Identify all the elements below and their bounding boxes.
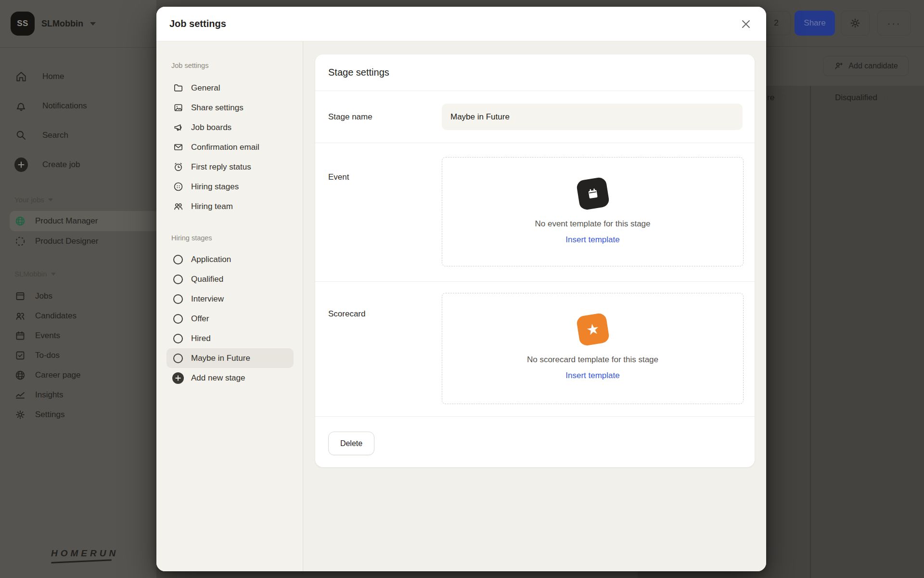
stage-name-input[interactable]: [442, 104, 743, 130]
sidebar-item-label: Product Manager: [35, 216, 98, 226]
delete-stage-button[interactable]: Delete: [328, 432, 374, 455]
sidebar-item-label: Create job: [42, 160, 80, 170]
chevron-down-icon: [90, 22, 96, 26]
nav-item-hiring-stages[interactable]: Hiring stages: [156, 177, 303, 197]
org-section[interactable]: SLMobbin: [14, 270, 56, 278]
plus-circle-icon: [172, 372, 184, 384]
homerun-logo-text: HOMERUN: [51, 548, 118, 559]
stage-circle-icon: [172, 254, 184, 265]
modal-body: Job settings General Share settings Job …: [156, 41, 766, 571]
scorecard-row: Scorecard ★ No scorecard template for th…: [315, 281, 755, 416]
event-insert-template-link[interactable]: Insert template: [565, 235, 619, 245]
sidebar-item-settings[interactable]: Settings: [0, 405, 156, 424]
sidebar-item-notifications[interactable]: Notifications: [0, 91, 156, 120]
nav-item-label: First reply status: [191, 162, 251, 172]
column-divider: [810, 86, 811, 578]
image-icon: [172, 102, 184, 114]
share-button[interactable]: Share: [795, 11, 835, 36]
scorecard-template-dropzone: ★ No scorecard template for this stage I…: [442, 293, 744, 404]
job-count-chip[interactable]: 2: [762, 11, 791, 35]
nav-item-confirmation-email[interactable]: Confirmation email: [156, 137, 303, 157]
sidebar-job-product-manager[interactable]: Product Manager: [0, 211, 156, 231]
workspace-name: SLMobbin: [41, 19, 83, 29]
ellipsis-icon: ···: [887, 18, 901, 29]
nav-item-job-boards[interactable]: Job boards: [156, 118, 303, 137]
homerun-logo-underline: [51, 559, 112, 563]
stage-item-application[interactable]: Application: [167, 250, 294, 269]
team-icon: [172, 201, 184, 212]
event-calendar-icon: [576, 177, 610, 211]
stage-circle-icon: [172, 353, 184, 364]
stage-circle-icon: [172, 313, 184, 325]
gear-icon: [14, 409, 26, 420]
event-label: Event: [328, 172, 349, 182]
nav-item-first-reply-status[interactable]: First reply status: [156, 157, 303, 177]
nav-section-label: Hiring stages: [171, 234, 212, 242]
stage-circle-icon: [172, 333, 184, 344]
stage-circle-icon: [172, 274, 184, 285]
stage-item-offer[interactable]: Offer: [167, 309, 294, 328]
folder-icon: [172, 82, 184, 94]
more-options-button[interactable]: ···: [877, 11, 911, 36]
stage-item-label: Maybe in Future: [191, 354, 250, 363]
card-footer: Delete: [315, 416, 755, 467]
sidebar-item-search[interactable]: Search: [0, 120, 156, 150]
org-label: SLMobbin: [14, 270, 47, 278]
nav-item-share-settings[interactable]: Share settings: [156, 98, 303, 118]
event-row: Event No event template for this stage I…: [315, 143, 755, 281]
checkbox-icon: [14, 350, 26, 361]
add-candidate-label: Add candidate: [848, 62, 898, 70]
workspace-initials: SS: [17, 19, 28, 28]
sidebar-item-events[interactable]: Events: [0, 326, 156, 345]
stage-name-row: Stage name: [315, 91, 755, 143]
envelope-icon: [172, 142, 184, 153]
close-button[interactable]: [736, 14, 756, 34]
nav-item-label: Job boards: [191, 123, 231, 132]
nav-item-hiring-team[interactable]: Hiring team: [156, 197, 303, 216]
nav-item-label: Share settings: [191, 103, 244, 113]
card-title: Stage settings: [328, 67, 389, 78]
sidebar-item-home[interactable]: Home: [0, 62, 156, 91]
stage-item-qualified[interactable]: Qualified: [167, 269, 294, 289]
stages-dots-icon: [172, 181, 184, 193]
sidebar-item-label: Search: [42, 131, 68, 140]
nav-item-general[interactable]: General: [156, 78, 303, 98]
dashed-circle-icon: [14, 236, 26, 247]
sidebar-item-jobs[interactable]: Jobs: [0, 286, 156, 306]
sidebar-item-label: Notifications: [42, 101, 87, 111]
add-candidate-button[interactable]: Add candidate: [823, 56, 909, 76]
modal-nav: Job settings General Share settings Job …: [156, 41, 303, 571]
column-label: Disqualified: [835, 93, 877, 103]
share-button-label: Share: [804, 18, 825, 28]
plus-circle-icon: [14, 158, 28, 171]
stage-item-interview[interactable]: Interview: [167, 289, 294, 309]
sidebar-item-create-job[interactable]: Create job: [0, 150, 156, 179]
stage-item-label: Qualified: [191, 275, 223, 284]
job-settings-modal: Job settings Job settings General Share …: [156, 7, 766, 571]
stage-item-hired[interactable]: Hired: [167, 328, 294, 348]
sidebar-item-todos[interactable]: To-dos: [0, 345, 156, 365]
sidebar-job-product-designer[interactable]: Product Designer: [0, 231, 156, 251]
event-empty-text: No event template for this stage: [535, 219, 650, 229]
kanban-column-header: re 0: [767, 93, 786, 103]
workspace-switcher[interactable]: SS SLMobbin: [11, 12, 96, 36]
add-new-stage-button[interactable]: Add new stage: [167, 368, 294, 388]
modal-header: Job settings: [156, 7, 766, 41]
sidebar-item-insights[interactable]: Insights: [0, 385, 156, 405]
stage-item-label: Hired: [191, 334, 211, 343]
sidebar-item-label: Events: [35, 331, 60, 341]
globe-icon: [14, 369, 26, 381]
modal-main: Stage settings Stage name Event No event…: [303, 41, 766, 571]
nav-item-label: Hiring team: [191, 202, 233, 211]
chevron-down-icon: [51, 273, 56, 276]
sidebar-item-candidates[interactable]: Candidates: [0, 306, 156, 326]
stage-settings-card: Stage settings Stage name Event No event…: [315, 54, 755, 467]
job-settings-gear-button[interactable]: [841, 11, 870, 36]
gear-icon: [849, 17, 861, 29]
stage-item-maybe-in-future-selected[interactable]: Maybe in Future: [167, 348, 294, 368]
scorecard-insert-template-link[interactable]: Insert template: [565, 371, 619, 381]
your-jobs-section[interactable]: Your jobs: [14, 196, 53, 204]
sidebar-item-career-page[interactable]: Career page: [0, 365, 156, 385]
home-icon: [14, 70, 28, 83]
nav-item-label: General: [191, 83, 220, 93]
